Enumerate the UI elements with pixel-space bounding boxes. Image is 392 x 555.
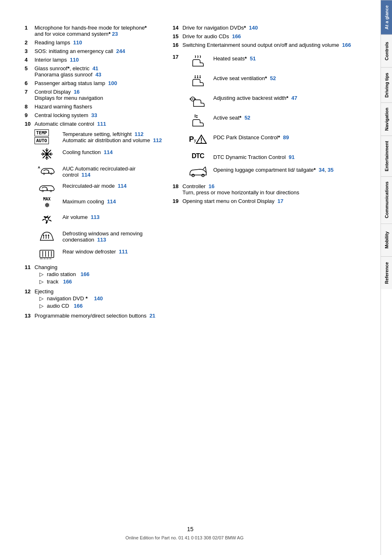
page-ref[interactable]: 114 bbox=[81, 172, 90, 178]
page-ref[interactable]: 110 bbox=[70, 57, 79, 63]
sub-item: ▷ radio station 166 bbox=[39, 271, 164, 277]
page-ref[interactable]: 140 bbox=[249, 25, 258, 31]
dtc-text: DTC Dynamic Traction Control 91 bbox=[213, 152, 368, 160]
sidebar-tab-entertainment[interactable]: Entertainment bbox=[381, 136, 392, 176]
heated-seat-icon bbox=[189, 54, 207, 69]
list-item: 19 Opening start menu on Control Display… bbox=[173, 198, 368, 204]
page-ref[interactable]: 114 bbox=[118, 183, 127, 189]
page-container: 1 Microphone for hands-free mode for tel… bbox=[0, 0, 392, 555]
page-ref[interactable]: 113 bbox=[97, 237, 106, 243]
page-ref-2[interactable]: 35 bbox=[327, 167, 333, 173]
arrow-bullet-icon: ▷ bbox=[39, 295, 44, 302]
page-ref[interactable]: 111 bbox=[119, 249, 128, 255]
page-ref[interactable]: 166 bbox=[232, 33, 241, 39]
page-ref[interactable]: 33 bbox=[91, 112, 97, 118]
item-content: Opening start menu on Control Display 17 bbox=[182, 198, 368, 204]
svg-marker-33 bbox=[194, 77, 196, 78]
list-item: 2 Reading lamps 110 bbox=[25, 39, 164, 46]
climate-text-rear-defrost: Rear window defroster 111 bbox=[62, 247, 164, 255]
page-ref[interactable]: 23 bbox=[112, 31, 118, 37]
page-ref[interactable]: 52 bbox=[244, 115, 250, 121]
icon-item-pdc: 17 P y bbox=[173, 133, 368, 147]
climate-row-rear-defrost: Rear window defroster 111 bbox=[35, 247, 164, 260]
page-ref[interactable]: 51 bbox=[250, 55, 256, 62]
page-ref[interactable]: 110 bbox=[73, 39, 82, 46]
page-ref[interactable]: 16 bbox=[209, 183, 214, 189]
page-ref[interactable]: 21 bbox=[150, 313, 155, 319]
sidebar-navigation: At a glance Controls Driving tips Naviga… bbox=[380, 0, 392, 555]
icon-items-section: 17 Heated seats bbox=[173, 54, 368, 178]
item-number: 13 bbox=[25, 313, 35, 319]
airvolume-icon-cell bbox=[35, 212, 59, 226]
svg-text:A: A bbox=[38, 166, 40, 169]
page-ref[interactable]: 34 bbox=[319, 167, 325, 173]
climate-row-max: MAX ❅ Maximum cooling 114 bbox=[35, 197, 164, 209]
arrow-bullet-icon: ▷ bbox=[39, 279, 44, 285]
svg-marker-35 bbox=[197, 77, 198, 78]
page-ref[interactable]: 166 bbox=[342, 42, 351, 48]
page-ref[interactable]: 100 bbox=[108, 80, 117, 86]
page-ref[interactable]: 91 bbox=[289, 154, 295, 160]
airvolume-icon bbox=[39, 212, 54, 226]
page-ref[interactable]: 41 bbox=[92, 65, 98, 71]
left-item-list: 1 Microphone for hands-free mode for tel… bbox=[25, 25, 164, 127]
item-content: Automatic climate control 111 bbox=[35, 121, 164, 127]
page-ref[interactable]: 112 bbox=[153, 137, 162, 143]
page-ref[interactable]: 113 bbox=[91, 214, 100, 220]
arrow-bullet-icon: ▷ bbox=[39, 271, 44, 277]
page-ref[interactable]: 140 bbox=[94, 295, 103, 302]
svg-point-49 bbox=[192, 174, 194, 177]
page-ref[interactable]: 89 bbox=[283, 134, 289, 140]
max-label-container: MAX ❅ bbox=[43, 197, 51, 209]
icon-item-tailgate: 17 bbox=[173, 165, 368, 178]
tailgate-text: Opening luggage compartment lid/ tailgat… bbox=[213, 165, 368, 173]
sidebar-tab-reference[interactable]: Reference bbox=[381, 256, 392, 289]
page-ref[interactable]: 114 bbox=[104, 149, 113, 155]
heated-seat-text: Heated seats* 51 bbox=[213, 54, 368, 62]
climate-text-airvolume: Air volume 113 bbox=[62, 212, 164, 220]
item-number: 2 bbox=[25, 39, 35, 46]
climate-row-defrost: Defrosting windows and removing condensa… bbox=[35, 229, 164, 244]
item-number: 1 bbox=[25, 25, 35, 31]
list-item: 7 Control Display 16 Displays for menu n… bbox=[25, 89, 164, 101]
temp-auto-icon-cell: TEMP AUTO bbox=[35, 129, 59, 144]
pdc-icon-cell: P y bbox=[187, 133, 209, 147]
page-ref[interactable]: 112 bbox=[135, 131, 144, 137]
climate-row-cooling: Cooling function 114 bbox=[35, 147, 164, 161]
sidebar-tab-communications[interactable]: Communications bbox=[381, 176, 392, 223]
page-ref[interactable]: 166 bbox=[74, 303, 83, 309]
icon-item-active-seat: 17 Active seat* 52 bbox=[173, 113, 368, 128]
climate-text-temp-auto: Temperature setting, left/right 112 Auto… bbox=[62, 129, 164, 143]
sidebar-tab-controls[interactable]: Controls bbox=[381, 35, 392, 67]
page-ref[interactable]: 114 bbox=[107, 198, 116, 205]
icon-item-dtc: 17 DTC DTC Dynamic Traction Control 91 bbox=[173, 152, 368, 160]
item-content: Microphone for hands-free mode for telep… bbox=[35, 25, 164, 37]
page-ref[interactable]: 47 bbox=[291, 95, 297, 101]
item-number: 6 bbox=[25, 80, 35, 86]
item-number: 8 bbox=[25, 104, 35, 110]
sidebar-tab-at-a-glance[interactable]: At a glance bbox=[381, 0, 392, 35]
page-ref[interactable]: 43 bbox=[95, 71, 101, 78]
page-ref[interactable]: 52 bbox=[270, 75, 276, 81]
page-ref[interactable]: 16 bbox=[74, 89, 79, 95]
page-ref[interactable]: 17 bbox=[277, 198, 283, 204]
item-content: Switching Entertainment sound output on/… bbox=[182, 42, 368, 48]
sidebar-tab-driving-tips[interactable]: Driving tips bbox=[381, 67, 392, 103]
list-item: 16 Switching Entertainment sound output … bbox=[173, 42, 368, 48]
list-item: 8 Hazard warning flashers bbox=[25, 104, 164, 110]
item-number: 12 bbox=[25, 288, 35, 295]
page-ref[interactable]: 166 bbox=[63, 279, 72, 285]
main-content: 1 Microphone for hands-free mode for tel… bbox=[0, 0, 380, 555]
item-number: 14 bbox=[173, 25, 182, 31]
page-ref[interactable]: 166 bbox=[81, 271, 90, 277]
right-column: 14 Drive for navigation DVDs* 140 15 Dri… bbox=[173, 25, 368, 321]
sidebar-tab-mobility[interactable]: Mobility bbox=[381, 223, 392, 256]
page-ref[interactable]: 244 bbox=[116, 48, 125, 54]
list-item: 18 Controller 16 Turn, press or move hor… bbox=[173, 183, 368, 196]
svg-marker-22 bbox=[48, 234, 49, 236]
active-seat-text: Active seat* 52 bbox=[213, 113, 368, 121]
svg-rect-23 bbox=[40, 250, 54, 258]
max-label: MAX bbox=[43, 197, 51, 201]
page-ref[interactable]: 111 bbox=[97, 121, 106, 127]
sidebar-tab-navigation[interactable]: Navigation bbox=[381, 102, 392, 136]
